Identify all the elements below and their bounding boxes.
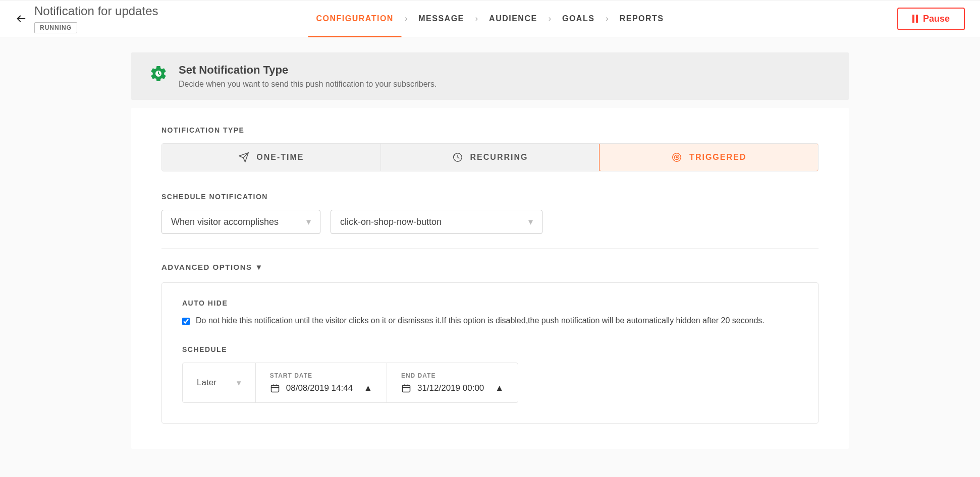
type-label: RECURRING [470,153,528,162]
pause-button-label: Pause [923,14,950,24]
status-badge: RUNNING [34,22,77,33]
chevron-right-icon: › [546,14,554,23]
page-title: Notification for updates [34,4,158,18]
start-date-label: START DATE [270,372,372,379]
topbar: Notification for updates RUNNING CONFIGU… [0,0,980,37]
gear-clock-icon [149,65,168,85]
event-value: click-on-shop-now-button [340,217,442,227]
end-date-col[interactable]: END DATE 31/12/2019 00:00 ▲ [387,363,518,402]
notification-type-label: NOTIFICATION TYPE [161,126,819,134]
auto-hide-text: Do not hide this notification until the … [196,316,765,325]
notification-type-tabs: ONE-TIME RECURRING TRIGGERED [161,143,819,171]
advanced-options-toggle[interactable]: ADVANCED OPTIONS ▼ [161,263,819,271]
chevron-right-icon: › [402,14,410,23]
type-triggered[interactable]: TRIGGERED [599,143,819,171]
chevron-right-icon: › [603,14,611,23]
svg-point-5 [676,157,678,158]
back-arrow-icon[interactable] [15,13,27,25]
caret-down-icon: ▾ [528,216,533,227]
paper-plane-icon [238,152,249,163]
calendar-icon [270,383,280,393]
config-card: NOTIFICATION TYPE ONE-TIME RECURRING TRI… [131,108,849,449]
start-date-col[interactable]: START DATE 08/08/2019 14:44 ▲ [256,363,387,402]
start-date-value: 08/08/2019 14:44 [286,383,353,393]
title-wrap: Notification for updates RUNNING [34,4,158,33]
event-select[interactable]: click-on-shop-now-button ▾ [331,210,542,234]
advanced-options-box: AUTO HIDE Do not hide this notification … [161,282,819,424]
end-date-label: END DATE [401,372,504,379]
section-header: Set Notification Type Decide when you wa… [131,52,849,100]
advanced-options-label: ADVANCED OPTIONS [161,263,252,271]
schedule-selects: When visitor accomplishes ▾ click-on-sho… [161,210,819,234]
schedule-box: Later ▾ START DATE 08/08/2019 14:44 ▲ EN… [182,363,518,403]
svg-rect-6 [271,385,279,392]
divider [161,248,819,249]
tab-message[interactable]: MESSAGE [410,1,472,37]
condition-value: When visitor accomplishes [171,217,279,227]
auto-hide-checkbox-row[interactable]: Do not hide this notification until the … [182,316,798,325]
tab-reports[interactable]: REPORTS [612,1,672,37]
stepper-tabs: CONFIGURATION › MESSAGE › AUDIENCE › GOA… [308,1,672,37]
tab-goals[interactable]: GOALS [554,1,603,37]
tab-audience[interactable]: AUDIENCE [481,1,546,37]
auto-hide-checkbox[interactable] [182,318,190,325]
type-one-time[interactable]: ONE-TIME [162,144,381,171]
schedule-notification-label: SCHEDULE NOTIFICATION [161,193,819,201]
content: Set Notification Type Decide when you wa… [121,52,859,477]
tab-configuration[interactable]: CONFIGURATION [308,1,401,37]
chevron-right-icon: › [472,14,481,23]
condition-select[interactable]: When visitor accomplishes ▾ [161,210,320,234]
caret-down-icon: ▾ [306,216,311,227]
end-date-value: 31/12/2019 00:00 [417,383,484,393]
caret-down-icon: ▾ [237,378,241,388]
caret-down-icon: ▼ [255,263,263,271]
schedule-label: SCHEDULE [182,345,798,353]
schedule-when-value: Later [197,378,216,388]
section-heading: Set Notification Type [179,64,437,77]
caret-up-icon: ▲ [495,383,504,393]
calendar-icon [401,383,411,393]
svg-rect-10 [402,385,410,392]
caret-up-icon: ▲ [364,383,372,393]
section-sub: Decide when you want to send this push n… [179,80,437,89]
pause-icon [912,15,918,23]
schedule-when-select[interactable]: Later ▾ [183,363,256,402]
type-recurring[interactable]: RECURRING [381,144,600,171]
target-icon [671,152,682,163]
recurring-icon [452,152,463,163]
type-label: TRIGGERED [689,153,746,162]
pause-button[interactable]: Pause [897,8,965,30]
type-label: ONE-TIME [256,153,304,162]
auto-hide-label: AUTO HIDE [182,299,798,307]
